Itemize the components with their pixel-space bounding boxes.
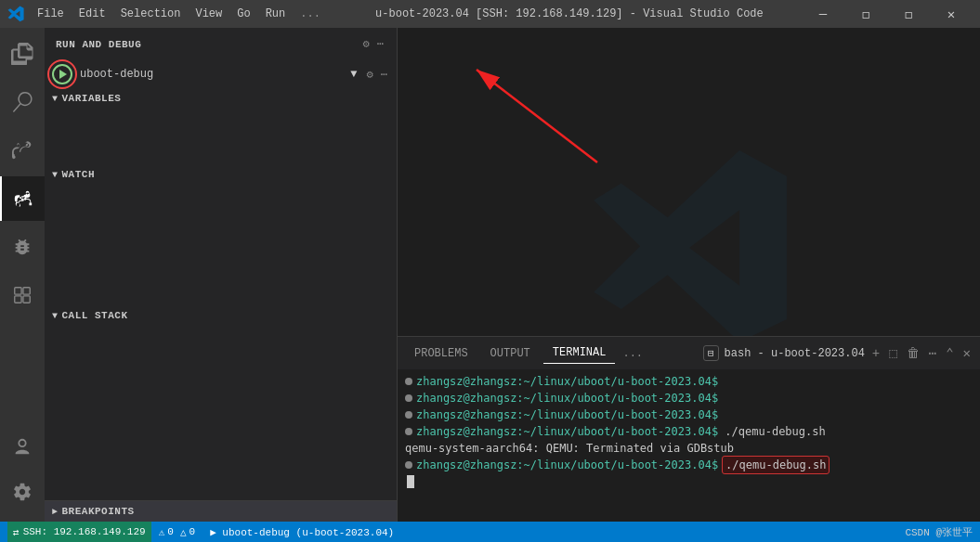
status-bar: ⇄ SSH: 192.168.149.129 ⚠ 0 △ 0 ▶ uboot-d…: [0, 522, 980, 542]
call-stack-chevron-icon: ▼: [52, 311, 59, 321]
breakpoints-label: BREAKPOINTS: [62, 506, 135, 517]
terminal-text-4a: zhangsz@zhangsz:~/linux/uboot/u-boot-202…: [416, 423, 718, 440]
variables-label: VARIABLES: [62, 93, 122, 104]
panel-close-icon[interactable]: ✕: [961, 343, 973, 363]
status-warnings: ⚠ 0 △ 0: [159, 526, 195, 538]
terminal-line-2: zhangsz@zhangsz:~/linux/uboot/u-boot-202…: [405, 390, 973, 406]
sidebar: RUN AND DEBUG ⚙ ⋯ uboot-debug ▼ ⚙ ⋯ ▼ VA…: [45, 28, 398, 522]
terminal-tabs-more-icon[interactable]: ...: [619, 345, 647, 362]
menu-help[interactable]: ...: [294, 6, 326, 22]
csdn-watermark: CSDN @张世平: [905, 525, 973, 539]
activity-bar: [0, 28, 45, 522]
activity-account[interactable]: [0, 425, 45, 470]
dropdown-arrow-icon[interactable]: ▼: [350, 68, 360, 81]
terminal-instance-label: bash - u-boot-2023.04: [725, 347, 865, 360]
panel-maximize-icon[interactable]: ⌃: [944, 343, 955, 363]
menu-selection[interactable]: Selection: [115, 6, 187, 22]
title-bar: File Edit Selection View Go Run ... u-bo…: [0, 0, 980, 28]
debug-config-row: uboot-debug ▼ ⚙ ⋯: [45, 60, 397, 88]
play-icon: [59, 70, 67, 79]
svg-rect-2: [15, 296, 21, 303]
terminal-dot-2: [405, 394, 412, 402]
variables-chevron-icon: ▼: [52, 94, 59, 104]
breakpoints-section-header[interactable]: ► BREAKPOINTS: [45, 501, 397, 522]
restore-button[interactable]: ◻: [844, 0, 887, 28]
config-name-label: uboot-debug: [76, 68, 346, 81]
tab-terminal[interactable]: TERMINAL: [543, 342, 616, 364]
highlighted-command: ./qemu-debug.sh: [722, 456, 830, 474]
terminal-tabs: PROBLEMS OUTPUT TERMINAL ... ⊟ bash - u-…: [398, 337, 980, 369]
split-terminal-icon[interactable]: ⬚: [887, 343, 898, 363]
menu-view[interactable]: View: [189, 6, 228, 22]
ssh-icon: ⇄: [13, 526, 20, 538]
terminal-right-actions: ⊟ bash - u-boot-2023.04 + ⬚ 🗑 ⋯ ⌃ ✕: [703, 343, 973, 363]
delete-terminal-icon[interactable]: 🗑: [905, 344, 921, 363]
menu-edit[interactable]: Edit: [73, 6, 111, 22]
breakpoints-chevron-icon: ►: [52, 507, 59, 517]
activity-source-control[interactable]: [0, 128, 45, 173]
menu-bar: File Edit Selection View Go Run ...: [32, 6, 326, 22]
close-button[interactable]: ✕: [930, 0, 973, 28]
terminal-text-2: zhangsz@zhangsz:~/linux/uboot/u-boot-202…: [416, 390, 718, 406]
tab-output[interactable]: OUTPUT: [481, 343, 540, 364]
terminal-text-5: qemu-system-aarch64: QEMU: Terminated vi…: [405, 440, 734, 457]
terminal-line-1: zhangsz@zhangsz:~/linux/uboot/u-boot-202…: [405, 373, 973, 390]
activity-extensions[interactable]: [0, 225, 45, 269]
new-terminal-icon[interactable]: +: [870, 344, 882, 363]
activity-run-debug[interactable]: [0, 176, 45, 221]
terminal-area: PROBLEMS OUTPUT TERMINAL ... ⊟ bash - u-…: [398, 336, 980, 522]
debug-icon: ▶: [210, 527, 216, 538]
terminal-cursor-line: [405, 473, 973, 490]
terminal-instance-icon: ⊟: [703, 345, 719, 361]
variables-section-header[interactable]: ▼ VARIABLES: [45, 88, 397, 109]
terminal-line-5: qemu-system-aarch64: QEMU: Terminated vi…: [405, 440, 973, 457]
menu-run[interactable]: Run: [260, 6, 292, 22]
menu-file[interactable]: File: [32, 6, 70, 22]
terminal-line-4: zhangsz@zhangsz:~/linux/uboot/u-boot-202…: [405, 423, 973, 440]
call-stack-label: CALL STACK: [62, 310, 128, 321]
watch-chevron-icon: ▼: [52, 170, 59, 180]
sidebar-title: RUN AND DEBUG: [56, 39, 141, 50]
call-stack-content: [45, 326, 397, 419]
tab-problems[interactable]: PROBLEMS: [405, 343, 477, 364]
variables-content: [45, 109, 397, 164]
error-icon: ⚠: [159, 526, 165, 538]
debug-config-label: uboot-debug (u-boot-2023.04): [222, 527, 394, 538]
sidebar-actions: ⚙ ⋯: [361, 35, 385, 53]
window-title: u-boot-2023.04 [SSH: 192.168.149.129] - …: [337, 7, 802, 20]
terminal-text-6a: zhangsz@zhangsz:~/linux/uboot/u-boot-202…: [416, 457, 718, 473]
debug-more-icon[interactable]: ⋯: [375, 35, 385, 53]
debug-config-status: ▶ uboot-debug (u-boot-2023.04): [210, 526, 394, 538]
watch-section-header[interactable]: ▼ WATCH: [45, 164, 397, 185]
activity-search[interactable]: [0, 80, 45, 124]
config-more-icon[interactable]: ⋯: [379, 66, 389, 84]
menu-go[interactable]: Go: [231, 6, 255, 22]
svg-line-5: [477, 70, 597, 162]
watch-label: WATCH: [62, 169, 96, 180]
vscode-logo-icon: [7, 6, 24, 22]
terminal-line-3: zhangsz@zhangsz:~/linux/uboot/u-boot-202…: [405, 406, 973, 423]
svg-rect-0: [15, 288, 21, 294]
terminal-dot-1: [405, 378, 412, 385]
ssh-status[interactable]: ⇄ SSH: 192.168.149.129: [7, 522, 151, 542]
terminal-dot-4: [405, 428, 412, 435]
terminal-more-icon[interactable]: ⋯: [927, 343, 938, 363]
config-settings-icon[interactable]: ⚙: [365, 66, 375, 84]
sidebar-header: RUN AND DEBUG ⚙ ⋯: [45, 28, 397, 60]
warning-icon: △: [180, 526, 187, 538]
terminal-line-6: zhangsz@zhangsz:~/linux/uboot/u-boot-202…: [405, 457, 973, 473]
activity-settings[interactable]: [0, 470, 45, 514]
call-stack-section-header[interactable]: ▼ CALL STACK: [45, 305, 397, 326]
activity-remote-explorer[interactable]: [0, 273, 45, 317]
minimize-button[interactable]: —: [802, 0, 844, 28]
status-right: CSDN @张世平: [905, 525, 973, 539]
start-debug-button[interactable]: [52, 64, 72, 84]
maximize-button[interactable]: ◻: [887, 0, 930, 28]
activity-explorer[interactable]: [0, 32, 45, 76]
terminal-dot-6: [405, 461, 412, 469]
debug-settings-icon[interactable]: ⚙: [361, 35, 372, 53]
window-controls: — ◻ ◻ ✕: [802, 0, 973, 28]
svg-rect-1: [23, 288, 30, 294]
play-button-wrapper: [52, 64, 72, 84]
svg-rect-3: [23, 296, 30, 303]
